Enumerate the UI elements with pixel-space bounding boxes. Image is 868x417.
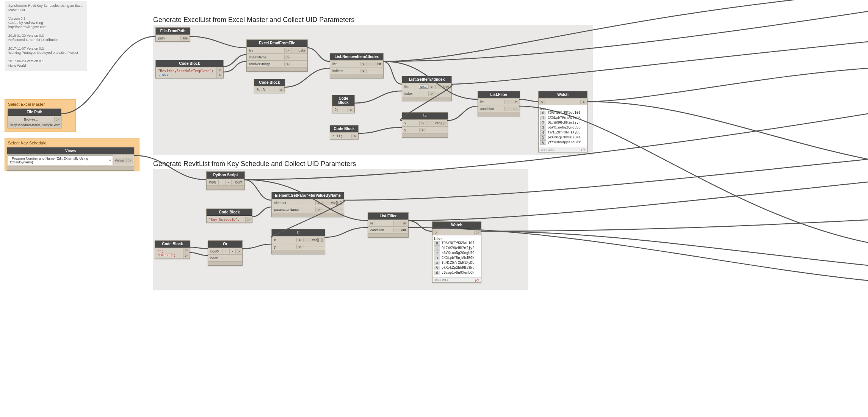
node-get-param[interactable]: Element.GetParameterValueByName element>… [271,192,344,217]
node-file-path[interactable]: File Path Browse...> .\KeyScheduleMaster… [8,108,61,128]
add-input-button[interactable]: + [222,249,229,254]
out-chevron[interactable]: > [54,117,61,122]
add-input-button[interactable]: + [218,180,225,185]
node-not-equal-1[interactable]: != x>var[]..[] y> [402,112,448,138]
group1 [153,25,593,155]
file-path-value: .\KeyScheduleMaster_Sample.xlsm [8,122,61,128]
node-watch-2[interactable]: Watch >> List 0TOAYNCTfKK5oL10I 1QL7WK9Q… [432,221,481,283]
node-code-block-4[interactable]: Code Block null;> [330,125,359,140]
group1-title: Generate ExcelList from Excel Master and… [153,16,354,24]
group2-title: Generate RevitList from Key Schedule and… [153,160,356,168]
views-dropdown[interactable]: _Program Number and Name (Edit Externall… [8,155,113,165]
node-code-block-3[interactable]: Code Block 2;> [332,95,355,113]
node-list-filter-1[interactable]: List.Filter listin conditionout [478,91,520,116]
chevron-down-icon: ▾ [109,158,111,162]
node-views[interactable]: Views _Program Number and Name (Edit Ext… [7,147,134,171]
node-or[interactable]: Or bool0 + - > bool1 [208,240,243,266]
lacing-badge[interactable]: @L2 [419,85,428,89]
node-file-from-path[interactable]: File.FromPath pathfile [155,27,190,42]
node-code-block-6[interactable]: Code Block "";"UNUSED"; > > [155,240,190,259]
remove-input-button[interactable]: - [229,249,235,254]
node-watch-1[interactable]: Watch >> List 0TOAYNCTfKK5oL10I 1CXGLpbY… [538,91,588,152]
node-list-filter-2[interactable]: List.Filter listin conditionout [368,212,409,238]
node-code-block-2[interactable]: Code Block 0..3;> [254,79,285,93]
remove-input-button[interactable]: - [225,180,231,185]
node-remove-at-index[interactable]: List.RemoveItemAtIndex list>list indices… [330,53,384,78]
info-title: Synchronize Revit Key Schedules Using an… [8,4,84,13]
node-code-block-1[interactable]: Code Block "RevitKeyScheduleTemplate"; t… [155,60,224,78]
node-code-block-5[interactable]: Code Block "Key_UniqueID";> [206,208,252,223]
node-excel-read[interactable]: Excel.ReadFromFile file>data sheetName> … [246,39,308,72]
node-python-script[interactable]: Python Script IN[0] + - OUT [206,171,245,190]
node-get-at-index[interactable]: List.GetItemAtIndex list@L2>item index> [402,76,452,101]
info-panel: Synchronize Revit Key Schedules Using an… [5,1,87,71]
browse-button[interactable]: Browse... [8,117,54,122]
node-not-equal-2[interactable]: != x>var[]..[] y> [271,229,325,254]
